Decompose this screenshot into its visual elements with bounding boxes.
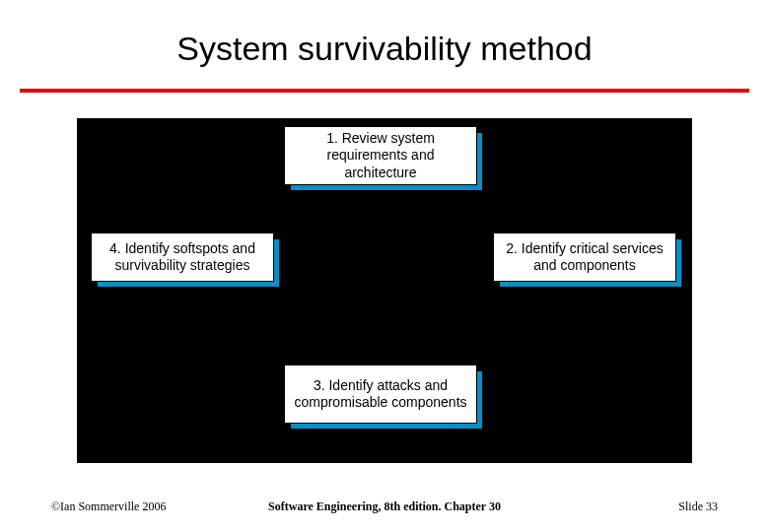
step-3-box: 3. Identify attacks and compromisable co… bbox=[284, 365, 477, 424]
arrow-icon: ▾ bbox=[491, 361, 500, 378]
page-title: System survivability method bbox=[0, 30, 769, 68]
step-4-box: 4. Identify softspots and survivability … bbox=[91, 233, 274, 282]
step-2-box: 2. Identify critical services and compon… bbox=[493, 233, 676, 282]
step-1-box: 1. Review system requirements and archit… bbox=[284, 126, 477, 185]
footer-slide-number: Slide 33 bbox=[678, 499, 718, 514]
footer-title: Software Engineering, 8th edition. Chapt… bbox=[0, 499, 769, 514]
slide: System survivability method 1. Review sy… bbox=[0, 0, 769, 532]
arrow-icon: ▾ bbox=[262, 288, 271, 305]
title-underline bbox=[20, 89, 749, 93]
diagram-area: 1. Review system requirements and archit… bbox=[77, 118, 692, 463]
